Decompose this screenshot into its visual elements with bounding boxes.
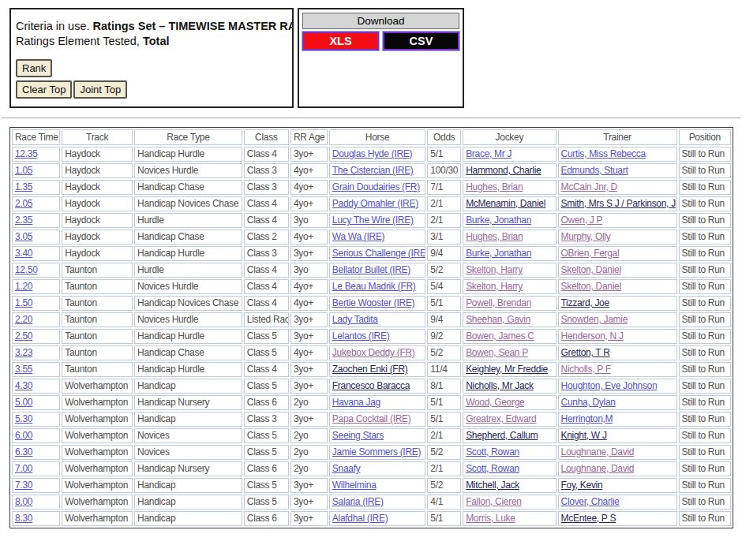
jockey-link[interactable]: Hammond, Charlie xyxy=(466,165,541,176)
jockey-link[interactable]: Fallon, Cieren xyxy=(466,496,522,507)
jockey-link[interactable]: Bowen, Sean P xyxy=(466,347,528,358)
csv-download-button[interactable]: CSV xyxy=(383,32,459,50)
race-time-link[interactable]: 5.00 xyxy=(15,397,32,408)
jockey-link[interactable]: Scott, Rowan xyxy=(466,446,519,457)
race-time-link[interactable]: 1.35 xyxy=(15,181,32,192)
horse-link[interactable]: Lelantos (IRE) xyxy=(332,330,390,342)
jockey-link[interactable]: Greatrex, Edward xyxy=(466,413,536,424)
jockey-link[interactable]: Bowen, James C xyxy=(466,330,534,342)
trainer-link[interactable]: Owen, J P xyxy=(561,215,603,226)
trainer-link[interactable]: Gretton, T R xyxy=(561,347,610,358)
horse-link[interactable]: Wilhelmina xyxy=(332,480,377,491)
horse-link[interactable]: Lady Tadita xyxy=(332,314,378,325)
race-time-link[interactable]: 3.05 xyxy=(15,231,32,242)
trainer-link[interactable]: Skelton, Daniel xyxy=(561,264,621,275)
horse-link[interactable]: Lucy The Wire (IRE) xyxy=(332,215,414,226)
trainer-link[interactable]: Cunha, Dylan xyxy=(561,397,616,408)
trainer-link[interactable]: Clover, Charlie xyxy=(561,496,620,507)
jockey-link[interactable]: McMenamin, Daniel xyxy=(466,198,545,209)
jockey-link[interactable]: Burke, Jonathan xyxy=(466,248,531,259)
jockey-link[interactable]: Burke, Jonathan xyxy=(466,215,531,226)
jockey-link[interactable]: Keighley, Mr Freddie xyxy=(466,364,548,375)
jockey-link[interactable]: Hughes, Brian xyxy=(466,181,523,192)
horse-link[interactable]: Bellator Bullet (IRE) xyxy=(332,264,410,275)
horse-link[interactable]: Francesco Baracca xyxy=(332,380,410,391)
race-time-link[interactable]: 3.55 xyxy=(15,364,32,375)
race-time-link[interactable]: 1.50 xyxy=(15,297,32,308)
jockey-link[interactable]: Skelton, Harry xyxy=(466,264,523,275)
race-time-link[interactable]: 2.35 xyxy=(15,215,32,226)
clear-top-button[interactable]: Clear Top xyxy=(16,80,72,99)
horse-link[interactable]: Zaochen Enki (FR) xyxy=(332,364,408,375)
horse-link[interactable]: Wa Wa (IRE) xyxy=(332,231,384,242)
race-time-link[interactable]: 6.00 xyxy=(15,430,32,441)
rank-button[interactable]: Rank xyxy=(16,59,52,77)
trainer-link[interactable]: McEntee, P S xyxy=(561,513,616,524)
trainer-link[interactable]: Loughnane, David xyxy=(561,446,635,457)
horse-link[interactable]: The Cistercian (IRE) xyxy=(332,165,414,176)
jockey-link[interactable]: Brace, Mr J xyxy=(466,148,512,159)
trainer-link[interactable]: McCain Jnr, D xyxy=(561,181,617,192)
horse-link[interactable]: Alafdhal (IRE) xyxy=(332,513,388,524)
trainer-link[interactable]: Curtis, Miss Rebecca xyxy=(561,148,646,159)
race-time-link[interactable]: 3.40 xyxy=(15,248,32,259)
race-time-link[interactable]: 5.30 xyxy=(15,413,32,424)
trainer-link[interactable]: Smith, Mrs S J / Parkinson, J xyxy=(561,198,676,209)
horse-link[interactable]: Serious Challenge (IRE) xyxy=(332,248,425,259)
horse-link[interactable]: Paddy Omahler (IRE) xyxy=(332,198,418,209)
horse-link[interactable]: Jukebox Deddy (FR) xyxy=(332,347,415,358)
jockey-link[interactable]: Shepherd, Callum xyxy=(466,430,538,441)
jockey-link[interactable]: Skelton, Harry xyxy=(466,281,523,292)
trainer-link[interactable]: Edmunds, Stuart xyxy=(561,165,628,176)
horse-link[interactable]: Grain Doudairies (FR) xyxy=(332,181,420,192)
race-time-link[interactable]: 3.23 xyxy=(15,347,32,358)
horse-link[interactable]: Havana Jag xyxy=(332,397,380,408)
trainer-link[interactable]: Murphy, Olly xyxy=(561,231,611,242)
horse-link[interactable]: Le Beau Madrik (FR) xyxy=(332,281,416,292)
trainer-link[interactable]: Knight, W J xyxy=(561,430,607,441)
race-time-link[interactable]: 12.35 xyxy=(15,148,38,159)
race-time-link[interactable]: 7.30 xyxy=(15,480,32,491)
race-time-link[interactable]: 7.00 xyxy=(15,463,32,474)
race-type-cell: Handicap Hurdle xyxy=(134,147,242,162)
rr-age-cell: 2yo xyxy=(290,445,328,460)
jockey-link[interactable]: Powell, Brendan xyxy=(466,297,531,308)
trainer-link[interactable]: Nicholls, P F xyxy=(561,364,611,375)
horse-link[interactable]: Papa Cocktail (IRE) xyxy=(332,413,411,424)
jockey-link[interactable]: Sheehan, Gavin xyxy=(466,314,530,325)
trainer-link[interactable]: Skelton, Daniel xyxy=(561,281,621,292)
trainer-link[interactable]: Henderson, N J xyxy=(561,330,624,342)
race-time-link[interactable]: 4.30 xyxy=(15,380,32,391)
race-time-link[interactable]: 1.05 xyxy=(15,165,32,176)
race-time-link[interactable]: 2.05 xyxy=(15,198,32,209)
race-time-link[interactable]: 2.50 xyxy=(15,330,32,342)
horse-link[interactable]: Douglas Hyde (IRE) xyxy=(332,148,412,159)
race-time-link[interactable]: 1.20 xyxy=(15,281,32,292)
race-time-link[interactable]: 12.50 xyxy=(15,264,38,275)
race-time-link[interactable]: 8.30 xyxy=(15,513,32,524)
race-time-link[interactable]: 6.30 xyxy=(15,446,32,457)
trainer-link[interactable]: Foy, Kevin xyxy=(561,480,603,491)
jockey-link[interactable]: Scott, Rowan xyxy=(466,463,519,474)
jockey-link[interactable]: Morris, Luke xyxy=(466,513,515,524)
jockey-link[interactable]: Wood, George xyxy=(466,397,524,408)
race-time-link[interactable]: 2.20 xyxy=(15,314,32,325)
trainer-link[interactable]: OBrien, Fergal xyxy=(561,248,620,259)
joint-top-button[interactable]: Joint Top xyxy=(73,80,127,99)
horse-link[interactable]: Seeing Stars xyxy=(332,430,384,441)
trainer-link[interactable]: Houghton, Eve Johnson xyxy=(561,380,658,391)
trainer-link[interactable]: Snowden, Jamie xyxy=(561,314,628,325)
horse-link[interactable]: Snaafy xyxy=(332,463,361,474)
trainer-link[interactable]: Herrington,M xyxy=(561,413,613,424)
xls-download-button[interactable]: XLS xyxy=(302,32,379,50)
horse-link[interactable]: Bertie Wooster (IRE) xyxy=(332,297,414,308)
trainer-link[interactable]: Tizzard, Joe xyxy=(561,297,609,308)
jockey-link[interactable]: Mitchell, Jack xyxy=(466,480,519,491)
race-time-link[interactable]: 8.00 xyxy=(15,496,32,507)
track-cell: Taunton xyxy=(62,329,133,344)
horse-link[interactable]: Jamie Sommers (IRE) xyxy=(332,446,421,457)
horse-link[interactable]: Salaria (IRE) xyxy=(332,496,384,507)
trainer-link[interactable]: Loughnane, David xyxy=(561,463,635,474)
jockey-link[interactable]: Hughes, Brian xyxy=(466,231,523,242)
jockey-link[interactable]: Nicholls, Mr Jack xyxy=(466,380,534,391)
